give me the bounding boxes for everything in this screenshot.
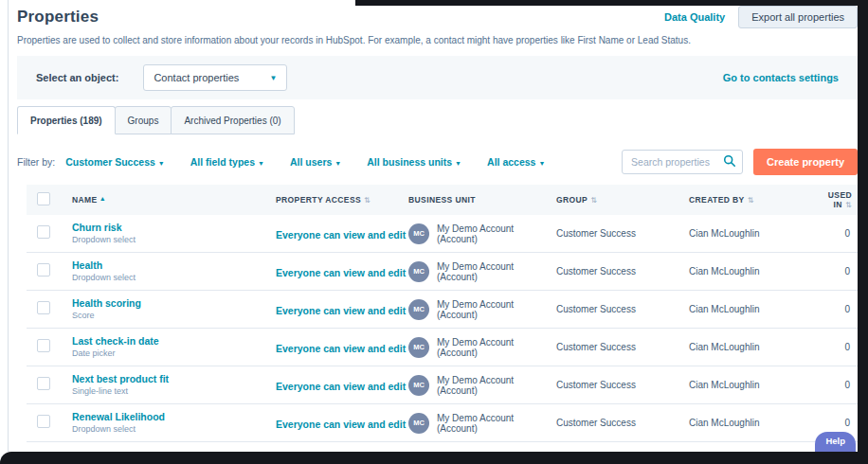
column-header-property-access[interactable]: PROPERTY ACCESS xyxy=(276,195,408,205)
table-row: Health scoringScore Everyone can view an… xyxy=(27,291,858,329)
filter-business-units-value: All business units xyxy=(367,156,452,168)
created-by-label: Cian McLoughlin xyxy=(689,380,813,390)
property-type-label: Dropdown select xyxy=(72,235,276,245)
table-row: Churn riskDropdown select Everyone can v… xyxy=(27,215,858,253)
object-select-dropdown[interactable]: Contact properties xyxy=(143,64,287,91)
filter-access-value: All access xyxy=(487,156,535,168)
created-by-label: Cian McLoughlin xyxy=(689,228,813,239)
property-name-link[interactable]: Next best product fit xyxy=(72,373,276,385)
filter-group-dropdown[interactable]: Customer Success xyxy=(65,156,164,168)
sort-icon xyxy=(590,196,597,205)
properties-table: NAME PROPERTY ACCESS BUSINESS UNIT GROUP… xyxy=(27,185,858,442)
screen-bezel-right xyxy=(858,0,868,464)
filter-field-types-dropdown[interactable]: All field types xyxy=(190,156,264,168)
select-all-checkbox[interactable] xyxy=(37,192,50,205)
header-actions: Data Quality Export all properties xyxy=(664,6,858,28)
avatar: MC xyxy=(408,413,429,434)
table-row: Last check-in dateDate picker Everyone c… xyxy=(27,329,858,366)
help-button[interactable]: Help xyxy=(815,432,856,452)
group-label: Customer Success xyxy=(556,304,689,314)
chevron-down-icon xyxy=(258,160,264,167)
tab-properties[interactable]: Properties (189) xyxy=(17,106,116,134)
property-access-link[interactable]: Everyone can view and edit xyxy=(276,267,406,278)
column-header-created-by-label: CREATED BY xyxy=(689,195,745,205)
sort-ascending-icon xyxy=(99,195,106,202)
used-in-value: 0 xyxy=(813,266,858,277)
filter-users-value: All users xyxy=(290,156,332,168)
avatar: MC xyxy=(408,261,429,282)
filter-by-label: Filter by: xyxy=(17,156,55,168)
avatar: MC xyxy=(408,337,429,358)
row-checkbox[interactable] xyxy=(37,415,50,428)
page-header: Properties Data Quality Export all prope… xyxy=(17,0,858,45)
search-icon xyxy=(723,154,736,168)
object-select-value: Contact properties xyxy=(154,72,239,83)
row-checkbox[interactable] xyxy=(37,301,50,314)
column-header-business-unit[interactable]: BUSINESS UNIT xyxy=(408,195,556,205)
chevron-down-icon xyxy=(270,74,278,82)
business-unit-label: My Demo Account (Account) xyxy=(437,299,556,320)
avatar: MC xyxy=(408,223,429,244)
sort-icon xyxy=(748,196,754,205)
filter-group-value: Customer Success xyxy=(65,156,155,168)
property-name-link[interactable]: Renewal Likelihood xyxy=(72,411,276,423)
column-header-business-unit-label: BUSINESS UNIT xyxy=(408,195,476,205)
filter-business-units-dropdown[interactable]: All business units xyxy=(367,156,461,168)
go-to-contacts-settings-link[interactable]: Go to contacts settings xyxy=(723,72,839,83)
property-access-link[interactable]: Everyone can view and edit xyxy=(276,419,406,430)
used-in-value: 0 xyxy=(813,304,858,314)
table-row: Next best product fitSingle-line text Ev… xyxy=(27,366,858,404)
property-name-link[interactable]: Last check-in date xyxy=(72,335,276,348)
used-in-value: 0 xyxy=(813,380,858,390)
property-name-link[interactable]: Health xyxy=(72,259,276,272)
filter-users-dropdown[interactable]: All users xyxy=(290,156,341,168)
filter-access-dropdown[interactable]: All access xyxy=(487,156,545,168)
property-access-link[interactable]: Everyone can view and edit xyxy=(276,229,406,241)
property-access-link[interactable]: Everyone can view and edit xyxy=(276,381,406,392)
property-access-link[interactable]: Everyone can view and edit xyxy=(276,305,406,316)
property-type-label: Single-line text xyxy=(72,386,276,397)
business-unit-label: My Demo Account (Account) xyxy=(437,413,556,434)
create-property-button[interactable]: Create property xyxy=(753,149,858,175)
column-header-used-in[interactable]: USED IN xyxy=(813,190,858,209)
object-selector-label: Select an object: xyxy=(36,72,118,83)
data-quality-link[interactable]: Data Quality xyxy=(664,11,725,23)
chevron-down-icon xyxy=(158,160,165,167)
created-by-label: Cian McLoughlin xyxy=(689,304,813,314)
row-checkbox[interactable] xyxy=(37,263,50,277)
created-by-label: Cian McLoughlin xyxy=(689,342,813,352)
group-label: Customer Success xyxy=(556,228,689,239)
used-in-value: 0 xyxy=(813,342,858,352)
column-header-property-access-label: PROPERTY ACCESS xyxy=(276,195,361,205)
screen-bezel-bottom xyxy=(0,452,868,464)
export-all-properties-button[interactable]: Export all properties xyxy=(738,6,858,28)
row-checkbox[interactable] xyxy=(37,225,50,239)
used-in-value: 0 xyxy=(813,418,858,428)
screen-bezel-top xyxy=(355,0,868,6)
tab-bar: Properties (189) Groups Archived Propert… xyxy=(17,106,858,134)
page-description: Properties are used to collect and store… xyxy=(17,35,858,45)
table-row: Renewal LikelihoodDropdown select Everyo… xyxy=(27,404,858,442)
tab-archived-properties[interactable]: Archived Properties (0) xyxy=(171,106,294,134)
tab-groups[interactable]: Groups xyxy=(115,106,172,134)
column-header-created-by[interactable]: CREATED BY xyxy=(689,195,813,205)
column-header-group-label: GROUP xyxy=(556,195,588,205)
group-label: Customer Success xyxy=(556,380,689,390)
created-by-label: Cian McLoughlin xyxy=(689,418,813,428)
group-label: Customer Success xyxy=(556,418,689,428)
column-header-name[interactable]: NAME xyxy=(72,195,276,205)
filter-field-types-value: All field types xyxy=(190,156,255,168)
property-name-link[interactable]: Churn risk xyxy=(72,222,276,234)
property-type-label: Dropdown select xyxy=(72,424,276,435)
column-header-name-label: NAME xyxy=(72,195,98,205)
created-by-label: Cian McLoughlin xyxy=(689,266,813,277)
row-checkbox[interactable] xyxy=(37,377,50,390)
column-header-group[interactable]: GROUP xyxy=(556,195,689,205)
property-type-label: Score xyxy=(72,311,276,321)
business-unit-label: My Demo Account (Account) xyxy=(437,223,556,244)
row-checkbox[interactable] xyxy=(37,339,50,352)
property-access-link[interactable]: Everyone can view and edit xyxy=(276,343,406,354)
viewport-edge-line xyxy=(8,0,9,452)
sort-icon xyxy=(364,196,371,205)
property-name-link[interactable]: Health scoring xyxy=(72,297,276,310)
